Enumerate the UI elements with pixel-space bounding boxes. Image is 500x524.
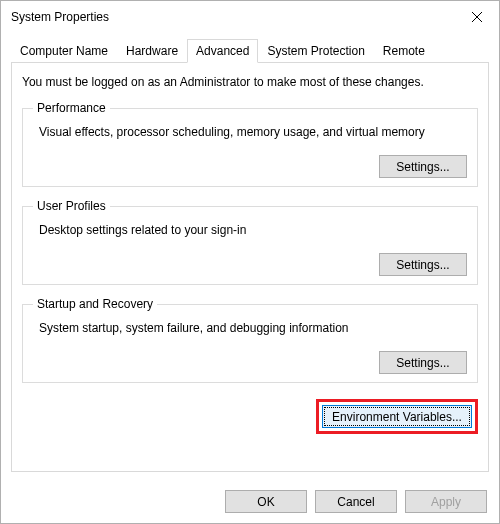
tab-panel-advanced: You must be logged on as an Administrato… — [11, 62, 489, 472]
user-profiles-legend: User Profiles — [33, 199, 110, 213]
performance-desc: Visual effects, processor scheduling, me… — [39, 125, 467, 139]
close-button[interactable] — [454, 2, 499, 32]
user-profiles-group: User Profiles Desktop settings related t… — [22, 199, 478, 285]
env-vars-row: Environment Variables... — [22, 399, 478, 434]
tab-advanced[interactable]: Advanced — [187, 39, 258, 63]
apply-button[interactable]: Apply — [405, 490, 487, 513]
tab-strip: Computer Name Hardware Advanced System P… — [11, 39, 489, 62]
startup-recovery-settings-button[interactable]: Settings... — [379, 351, 467, 374]
ok-button[interactable]: OK — [225, 490, 307, 513]
user-profiles-desc: Desktop settings related to your sign-in — [39, 223, 467, 237]
cancel-button[interactable]: Cancel — [315, 490, 397, 513]
admin-warning-text: You must be logged on as an Administrato… — [22, 75, 478, 89]
startup-recovery-legend: Startup and Recovery — [33, 297, 157, 311]
environment-variables-button[interactable]: Environment Variables... — [322, 405, 472, 428]
performance-settings-button[interactable]: Settings... — [379, 155, 467, 178]
client-area: Computer Name Hardware Advanced System P… — [1, 33, 499, 480]
tab-computer-name[interactable]: Computer Name — [11, 39, 117, 62]
tutorial-highlight: Environment Variables... — [316, 399, 478, 434]
close-icon — [472, 12, 482, 22]
performance-group: Performance Visual effects, processor sc… — [22, 101, 478, 187]
performance-legend: Performance — [33, 101, 110, 115]
user-profiles-button-row: Settings... — [33, 253, 467, 276]
system-properties-window: System Properties Computer Name Hardware… — [0, 0, 500, 524]
tab-hardware[interactable]: Hardware — [117, 39, 187, 62]
titlebar: System Properties — [1, 1, 499, 33]
tab-remote[interactable]: Remote — [374, 39, 434, 62]
user-profiles-settings-button[interactable]: Settings... — [379, 253, 467, 276]
dialog-button-bar: OK Cancel Apply — [1, 480, 499, 523]
window-title: System Properties — [11, 10, 454, 24]
startup-recovery-button-row: Settings... — [33, 351, 467, 374]
tab-system-protection[interactable]: System Protection — [258, 39, 373, 62]
performance-button-row: Settings... — [33, 155, 467, 178]
startup-recovery-desc: System startup, system failure, and debu… — [39, 321, 467, 335]
startup-recovery-group: Startup and Recovery System startup, sys… — [22, 297, 478, 383]
